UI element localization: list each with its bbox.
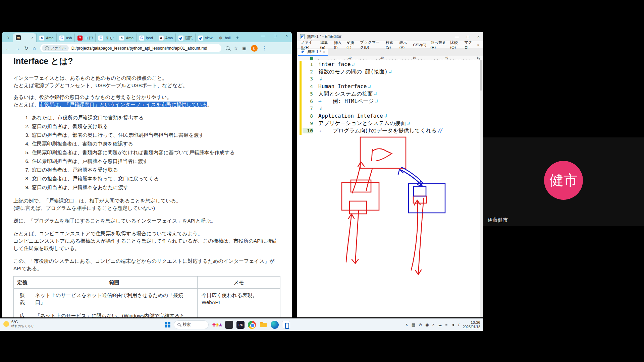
document-tab-label: 無題-1 * [307, 49, 321, 54]
tray-chevron-icon[interactable]: ∧ [405, 322, 408, 327]
bookmark-star-icon[interactable]: ☆ [234, 46, 238, 51]
close-icon[interactable]: × [285, 34, 288, 38]
taskbar-clock[interactable]: 10:36 2025/01/18 [463, 320, 480, 329]
menu-edit[interactable]: 編集(E) [320, 40, 330, 49]
phone-link-icon[interactable] [282, 321, 290, 329]
markdown-favicon: m [16, 35, 21, 40]
editor-scrollbar[interactable] [480, 60, 483, 317]
clock-time: 10:36 [463, 320, 480, 325]
tab-amazon-1[interactable]: aAma [36, 34, 56, 42]
address-bar[interactable]: iファイル D:/projects/galapagos_lessons/pyth… [40, 44, 221, 52]
tray-pen-icon[interactable]: / [458, 322, 459, 327]
return-mark: ↲ [384, 113, 387, 119]
chrome-tab-strip: v m × aAma Gusb Yヨド/ Gリモ: aAma Gipad aAm… [2, 32, 292, 42]
tray-cloud-icon[interactable]: ☁ [438, 322, 442, 327]
emeditor-window: 無題-1 * - EmEditor — □ × ファイル(F) 編集(E) 挿入… [297, 32, 483, 317]
tab-label: Ama [165, 36, 173, 40]
minimize-icon[interactable]: — [455, 35, 459, 39]
tab-google-remote[interactable]: Gリモ: [95, 34, 116, 42]
tab-label: ヨド/ [84, 36, 93, 41]
modified-lines-bar [300, 61, 302, 135]
tray-mic-icon[interactable]: ◉ [425, 322, 429, 327]
paragraph-line: あるいは、役所や銀行の窓口のようなものと考えると分かりやすい。 [13, 94, 285, 101]
taskbar-app-pe-icon[interactable]: PE [236, 321, 245, 329]
menu-convert[interactable]: 変換(T) [346, 40, 356, 49]
new-tab-button[interactable]: + [233, 33, 241, 41]
tray-wifi-icon[interactable]: ≈ [445, 322, 448, 327]
menu-macro[interactable]: マクロ [464, 40, 473, 50]
list-item: 5.住民票印刷担当者は、書類内容に問題がなければ書類内容に基づいて戸籍謄本を作成… [13, 148, 285, 157]
menu-insert[interactable]: 挿入(I) [334, 40, 342, 49]
menu-overflow-icon[interactable]: » [477, 43, 479, 47]
google-favicon: G [139, 36, 144, 41]
ruler-number: 20 [380, 56, 384, 59]
pen-icon [198, 36, 203, 41]
maximize-icon[interactable]: □ [467, 35, 469, 39]
tab-label: Ama [126, 36, 133, 40]
table-cell: 広 [14, 309, 31, 318]
tray-volume-icon[interactable]: ◄ [451, 322, 455, 327]
tab-google-usb[interactable]: Gusb [56, 34, 75, 42]
tab-holi[interactable]: ⊕holi [215, 34, 233, 42]
tab-amazon-3[interactable]: aAma [156, 34, 176, 42]
tray-block-icon[interactable]: ⊘ [419, 322, 422, 327]
active-tab-markdown[interactable]: m × [13, 33, 36, 42]
taskbar-search[interactable]: 検索 [174, 320, 209, 329]
edge-taskbar-icon[interactable] [271, 321, 279, 329]
tray-close-icon[interactable]: × [432, 322, 435, 327]
home-icon[interactable]: ⌂ [33, 45, 36, 51]
tab-search-chevron-icon[interactable]: v [5, 34, 12, 41]
menu-csv[interactable]: CSV(C) [413, 43, 427, 47]
chrome-menu-icon[interactable]: ⋮ [262, 45, 267, 51]
paragraph-line: インターフェイスとは、あるものと他のものとの間の接点のこと。 [13, 74, 285, 82]
editor-line: 1inter face↲ [297, 61, 480, 68]
tab-close-icon[interactable]: × [31, 36, 33, 40]
back-icon[interactable]: ← [5, 45, 10, 51]
tab-view[interactable]: view [195, 34, 215, 42]
editor-ruler: 10 20 30 40 50 [297, 56, 483, 60]
list-item: 9.窓口の担当者は、戸籍謄本をあなたに渡す [13, 183, 285, 192]
amazon-favicon: a [39, 36, 44, 41]
weather-widget[interactable]: 6°C 晴れのちくもり [3, 319, 34, 328]
windows-taskbar: 6°C 晴れのちくもり 検索 ❀❀❀ PE ∧ ▦ ⊘ ◉ × ☁ ≈ ◄ / [0, 318, 483, 331]
menu-view[interactable]: 表示(V) [399, 40, 409, 49]
clock-date: 2025/01/18 [463, 325, 480, 329]
participant-name: 伊藤健市 [488, 217, 508, 223]
close-icon[interactable]: × [477, 35, 480, 39]
table-cell: 狭義 [14, 289, 31, 309]
editor-line: 4Human Interface↲ [297, 83, 480, 90]
divider [13, 70, 285, 70]
participant-video-tile[interactable]: 健市 伊藤健市 [483, 137, 644, 226]
extensions-icon[interactable]: ▣ [242, 46, 246, 51]
forward-icon[interactable]: → [15, 45, 20, 51]
menu-bookmark[interactable]: ブックマーク(B) [360, 40, 382, 50]
menu-file[interactable]: ファイル(F) [301, 40, 316, 50]
minimize-icon[interactable]: — [261, 34, 265, 38]
tab-kokumin[interactable]: 国民 [175, 34, 195, 42]
menu-sort[interactable]: 並べ替え(R) [430, 40, 446, 49]
document-tab[interactable]: 無題-1 * × [298, 49, 328, 56]
tab-label: 国民 [185, 36, 193, 41]
maximize-icon[interactable]: □ [274, 34, 276, 38]
tab-yodobashi[interactable]: Yヨド/ [74, 34, 95, 42]
google-favicon: G [98, 36, 103, 41]
start-button[interactable] [165, 322, 170, 327]
reload-icon[interactable]: ↻ [24, 45, 29, 51]
profile-avatar[interactable]: k [251, 45, 258, 52]
tab-close-icon[interactable]: × [323, 50, 325, 54]
widgets-flowers-icon[interactable]: ❀❀❀ [212, 322, 222, 327]
tab-amazon-2[interactable]: aAma [116, 34, 136, 42]
chrome-taskbar-icon[interactable] [248, 321, 256, 329]
file-explorer-icon[interactable] [259, 321, 267, 329]
zoom-search-icon[interactable] [226, 46, 229, 50]
paragraph-line: (逆に言えば、プログラムを相手にすることを想定していない) [13, 204, 285, 212]
paragraph-line: 逆に、「プログラムを相手にすることを想定しているインターフェイス」をAPIと呼ぶ… [13, 217, 285, 225]
menu-search[interactable]: 検索(S) [386, 40, 395, 49]
tab-google-ipad[interactable]: Gipad [136, 34, 156, 42]
ruler-number: 10 [348, 56, 352, 59]
menu-compare[interactable]: 比較(O) [450, 40, 460, 49]
editor-text-area[interactable]: 1inter face↲ 2複数のモノの間の 顔(接面)↲ 3↲ 4Human … [297, 60, 480, 317]
tray-grid-icon[interactable]: ▦ [412, 322, 415, 327]
paragraph-line: この、「市役所のシステムにある、コンビニの端末などからのリクエストに対応するため… [13, 257, 285, 265]
taskbar-app-dark-icon[interactable] [225, 321, 233, 329]
